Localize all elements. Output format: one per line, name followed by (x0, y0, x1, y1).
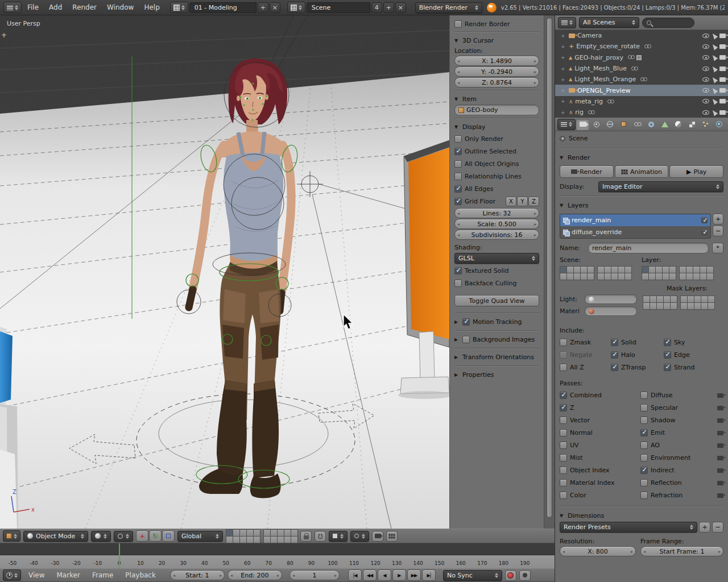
expand-icon[interactable] (561, 66, 566, 72)
play-button[interactable]: ▶ (392, 569, 406, 581)
layer-cell[interactable] (670, 302, 677, 310)
checkbox[interactable] (640, 479, 648, 487)
render-layer-row[interactable]: diffuse_override (560, 226, 710, 238)
checkbox[interactable] (560, 392, 567, 399)
material-override-field[interactable] (585, 306, 637, 316)
pass-option[interactable]: Color (560, 492, 640, 499)
outliner-row-empty[interactable]: + Empty_scene_rotate (555, 41, 728, 52)
exclude-pass-camera-icon[interactable] (717, 456, 723, 460)
selectable-cursor-icon[interactable] (711, 109, 718, 116)
pass-option[interactable]: Shadow (640, 417, 723, 424)
checkbox[interactable] (462, 318, 470, 326)
tab-world[interactable] (603, 119, 617, 130)
pass-option[interactable]: Environment (640, 454, 723, 462)
pass-option[interactable]: Indirect (640, 467, 723, 474)
checkbox[interactable] (640, 454, 648, 462)
expand-icon[interactable] (561, 33, 566, 39)
tab-particles[interactable] (699, 119, 712, 130)
snap-toggle-button[interactable]: Ω (315, 531, 326, 542)
cursor-x-field[interactable]: X: 1.4890 (454, 56, 539, 66)
menu-add[interactable]: Add (44, 3, 67, 11)
cursor-y-field[interactable]: Y: -0.2940 (454, 66, 539, 77)
pass-option[interactable]: Vector (560, 417, 640, 424)
outliner-editor-type-button[interactable] (558, 17, 576, 28)
panel-header-transform-orientations[interactable]: Transform Orientations (454, 351, 539, 363)
start-frame-field[interactable]: Start: 1 (170, 570, 225, 580)
3d-viewport[interactable]: x Z User Persp + (0, 15, 449, 529)
shading-mode-select[interactable]: GLSL (454, 253, 539, 264)
checkbox[interactable] (611, 351, 618, 359)
layer-cell[interactable] (291, 536, 298, 543)
outliner-row-meta-rig[interactable]: ∧ meta_rig (555, 96, 728, 107)
include-option[interactable]: Edge (664, 351, 723, 359)
toolshelf-expand-button[interactable]: + (1, 31, 7, 39)
display-option[interactable]: Only Render (454, 132, 539, 145)
close-scene-button[interactable]: × (395, 2, 406, 13)
axis-z-button[interactable]: Z (528, 197, 539, 206)
checkbox[interactable] (560, 364, 567, 371)
screen-layout-name[interactable]: 01 - Modeling (189, 2, 257, 13)
expand-icon[interactable] (561, 98, 566, 104)
outliner-row-rig[interactable]: ∧ rig (555, 107, 728, 118)
display-option[interactable]: All Object Origins (454, 157, 539, 170)
panel-header-display[interactable]: Display (454, 121, 539, 132)
grid-lines-field[interactable]: Lines: 32 (454, 208, 539, 218)
tab-render[interactable] (576, 119, 589, 130)
visibility-eye-icon[interactable] (702, 44, 709, 49)
tab-constraints[interactable] (631, 119, 644, 130)
expand-icon[interactable] (561, 55, 566, 60)
checkbox[interactable] (640, 492, 648, 499)
grid-floor-row[interactable]: Grid Floor X Y Z (454, 195, 539, 207)
scene-browse-button[interactable] (287, 2, 305, 13)
checkbox[interactable] (640, 442, 648, 449)
current-frame-playhead[interactable] (119, 543, 120, 568)
jump-to-end-button[interactable]: ▶| (422, 569, 436, 581)
outliner-row-camera[interactable]: Camera (555, 30, 728, 41)
panel-header-layers[interactable]: Layers (560, 199, 723, 211)
single-layer-pin-button[interactable]: * (712, 243, 723, 253)
renderable-camera-icon[interactable] (719, 99, 726, 103)
layer-cell[interactable] (706, 273, 714, 280)
render-display-select[interactable]: Image Editor (598, 181, 723, 192)
visibility-eye-icon[interactable] (702, 77, 709, 82)
layer-cell[interactable] (587, 273, 594, 280)
exclude-pass-camera-icon[interactable] (717, 443, 723, 448)
checkbox[interactable] (560, 454, 567, 462)
axis-y-button[interactable]: Y (517, 197, 528, 206)
panel-header-motion-tracking[interactable]: Motion Tracking (454, 316, 539, 328)
exclude-pass-camera-icon[interactable] (717, 493, 723, 498)
pass-option[interactable]: Refraction (640, 492, 723, 499)
editor-type-button[interactable] (3, 2, 22, 13)
toggle-quad-view-button[interactable]: Toggle Quad View (454, 295, 539, 306)
menu-file[interactable]: File (23, 3, 43, 11)
renderable-camera-icon[interactable] (719, 77, 726, 82)
checkbox[interactable] (611, 364, 618, 371)
tab-texture[interactable] (685, 119, 698, 130)
layer-enabled-checkbox[interactable] (701, 229, 708, 235)
start-frame-field[interactable]: Start Frame: 1 (640, 546, 723, 556)
checkbox[interactable] (454, 267, 462, 275)
render-layer-row[interactable]: render_main (560, 214, 710, 226)
lock-camera-button[interactable] (300, 531, 312, 542)
include-option[interactable]: Negate (560, 351, 611, 359)
scale-manipulator-button[interactable] (162, 530, 175, 542)
selectable-cursor-icon[interactable] (711, 87, 718, 94)
checkbox[interactable] (560, 404, 567, 411)
close-screen-button[interactable]: × (270, 2, 280, 13)
display-option[interactable]: All Edges (454, 182, 539, 195)
checkbox[interactable] (640, 429, 648, 436)
outliner-search-field[interactable] (642, 18, 694, 28)
selectable-cursor-icon[interactable] (711, 43, 718, 51)
viewport-shading-select[interactable] (91, 531, 111, 542)
next-keyframe-button[interactable]: ▶▶ (407, 569, 421, 581)
keying-set-button[interactable] (519, 570, 531, 581)
selectable-cursor-icon[interactable] (711, 98, 718, 105)
panel-header-background-images[interactable]: Background Images (454, 334, 539, 346)
layer-cell[interactable] (708, 302, 715, 310)
exclude-pass-camera-icon[interactable] (717, 481, 723, 485)
mode-select[interactable]: Object Mode (23, 531, 88, 542)
layer-enabled-checkbox[interactable] (701, 217, 708, 223)
viewport-canvas[interactable]: x Z (0, 15, 449, 529)
expand-icon[interactable] (561, 77, 566, 82)
exclude-pass-camera-icon[interactable] (717, 406, 723, 410)
